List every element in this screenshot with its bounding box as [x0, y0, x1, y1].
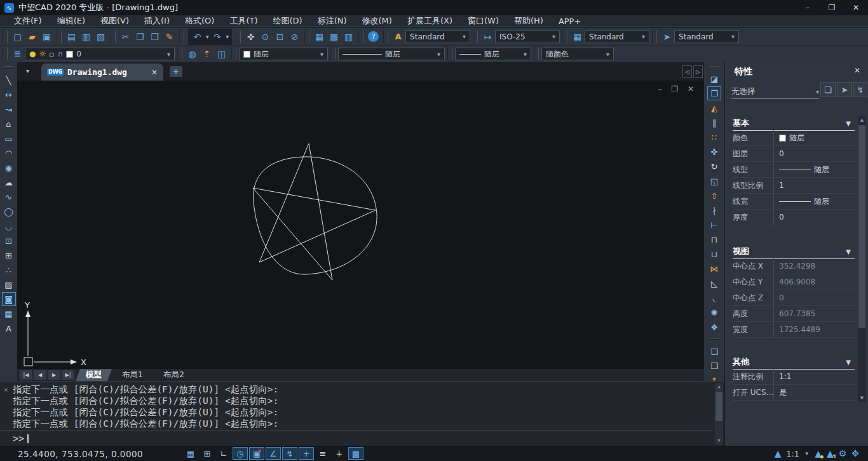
construction-line-tool[interactable]: ↔	[2, 88, 16, 102]
properties-scrollbar[interactable]: ▲ ▼	[858, 116, 866, 402]
last-tab-button[interactable]: ▶|	[62, 370, 74, 380]
tab-model[interactable]: 模型	[76, 369, 112, 381]
color-combo[interactable]: 随层 ▾	[239, 48, 328, 60]
designcenter-button[interactable]: ▥	[341, 30, 356, 44]
mdi-minimize-button[interactable]: –	[658, 84, 661, 93]
menu-window[interactable]: 窗口(W)	[460, 15, 506, 27]
copy-tool[interactable]: ❐	[707, 86, 721, 100]
redo-dropdown-arrow[interactable]: ▾	[226, 34, 229, 40]
select-objects-button[interactable]: ➤	[837, 82, 852, 97]
break-at-point-tool[interactable]: ⊓	[707, 232, 721, 246]
dim-style-combo[interactable]: ISO-25 ▾	[495, 30, 560, 43]
property-row-height[interactable]: 高度 607.7385	[733, 306, 856, 322]
section-basic-header[interactable]: 基本 ▼	[733, 116, 855, 131]
ellipse-arc-tool[interactable]: ◡	[2, 219, 16, 233]
mdi-close-button[interactable]: ✕	[688, 84, 694, 93]
split-view-left-button[interactable]: ◁	[682, 65, 692, 78]
new-tab-button[interactable]: +	[170, 66, 182, 77]
scroll-up-icon[interactable]: ▲	[715, 383, 723, 391]
redo-button[interactable]: ↷	[210, 30, 225, 44]
property-row-thickness[interactable]: 厚度 0	[733, 210, 856, 225]
zoom-previous-button[interactable]: ⊘	[287, 30, 302, 44]
undo-dropdown-arrow[interactable]: ▾	[206, 34, 209, 40]
settings-gear-icon[interactable]: ⚙	[839, 448, 847, 458]
paste-button[interactable]: ❒	[147, 30, 162, 44]
blend-tool[interactable]: ❖	[707, 320, 721, 334]
property-row-lineweight[interactable]: 线宽 随层	[733, 194, 856, 210]
ellipse-tool[interactable]: ◯	[2, 204, 16, 218]
layer-match-button[interactable]: ◫	[214, 47, 229, 61]
tool-palettes-button[interactable]: ▩	[327, 30, 341, 44]
property-row-linetype[interactable]: 线型 随层	[733, 162, 856, 178]
command-scrollbar[interactable]: ▲ ▼	[715, 383, 723, 444]
tab-layout1[interactable]: 布局1	[112, 369, 153, 381]
move-tool[interactable]: ✜	[707, 145, 721, 159]
zoom-window-button[interactable]: ⊡	[273, 30, 287, 44]
scale-tool[interactable]: ◱	[707, 174, 721, 188]
object-snap-tracking-toggle[interactable]: ∠	[266, 447, 281, 460]
linetype-combo[interactable]: 随层 ▾	[338, 48, 445, 60]
menu-edit[interactable]: 编辑(E)	[50, 15, 93, 27]
window-close-button[interactable]: ✕	[844, 0, 868, 15]
property-row-center-x[interactable]: 中心点 X 352.4298	[733, 258, 856, 274]
property-row-linetype-scale[interactable]: 线型比例 1	[733, 178, 856, 194]
auto-annotation-toggle[interactable]: ▲↯	[827, 448, 834, 458]
properties-panel-close-icon[interactable]: ✕	[854, 66, 860, 75]
annotation-scale-value[interactable]: 1:1	[786, 449, 799, 458]
menu-app-plus[interactable]: APP+	[551, 15, 588, 27]
layer-combo[interactable]: ● ☼ ▫ ∩ 0 ▾	[25, 48, 175, 60]
next-tab-button[interactable]: ▶	[48, 370, 60, 380]
gradient-tool[interactable]: ◙	[2, 292, 16, 306]
menu-tools[interactable]: 工具(T)	[222, 15, 265, 27]
command-panel-close-icon[interactable]: ✕	[4, 385, 8, 394]
menu-dimension[interactable]: 标注(N)	[310, 15, 355, 27]
plot-preview-button[interactable]: ▥	[79, 30, 93, 44]
property-row-color[interactable]: 颜色 随层	[733, 130, 856, 146]
point-tool[interactable]: ∴	[2, 263, 16, 277]
rotate-tool[interactable]: ↻	[707, 159, 721, 173]
command-input-row[interactable]: >>	[0, 430, 713, 446]
scroll-down-icon[interactable]: ▼	[858, 394, 866, 402]
menu-view[interactable]: 视图(V)	[93, 15, 137, 27]
toolbar-grip[interactable]	[710, 66, 719, 67]
toolbar-grip[interactable]	[710, 338, 719, 340]
circle-tool[interactable]: ◉	[2, 161, 16, 175]
window-maximize-button[interactable]: ❐	[820, 0, 844, 15]
mleader-style-combo[interactable]: Standard ▾	[674, 30, 739, 43]
break-tool[interactable]: ⊔	[707, 247, 721, 261]
scroll-up-icon[interactable]: ▲	[858, 116, 866, 124]
scroll-down-icon[interactable]: ▼	[715, 437, 723, 444]
erase-tool[interactable]: ◪	[707, 72, 721, 86]
spline-star-entity[interactable]	[253, 144, 376, 280]
text-style-combo[interactable]: Standard ▾	[405, 30, 470, 43]
match-properties-button[interactable]: ✎	[162, 30, 177, 44]
document-tab-close-icon[interactable]: ✕	[151, 68, 158, 77]
offset-tool[interactable]: ∥	[707, 116, 721, 130]
make-block-tool[interactable]: ⊞	[2, 248, 16, 262]
insert-block-tool[interactable]: ⊡	[2, 234, 16, 248]
table-style-combo[interactable]: Standard ▾	[585, 30, 649, 43]
layer-previous-button[interactable]: ⇡	[200, 47, 214, 61]
plot-button[interactable]: ▤	[64, 30, 79, 44]
arc-tool[interactable]: ◠	[2, 146, 16, 160]
property-row-center-z[interactable]: 中心点 Z 0	[733, 290, 856, 306]
zoom-realtime-button[interactable]: ⊙	[258, 30, 273, 44]
selection-filter-combo[interactable]: 无选择 ▾	[731, 84, 819, 99]
stretch-tool[interactable]: ⇧	[707, 189, 721, 203]
ortho-toggle[interactable]: ∟	[216, 447, 231, 460]
polyline-tool[interactable]: ↝	[2, 102, 16, 116]
chevron-down-icon[interactable]: ▾	[806, 450, 809, 457]
revision-cloud-tool[interactable]: ☁	[2, 175, 16, 189]
mtext-tool[interactable]: A	[2, 321, 16, 335]
menu-format[interactable]: 格式(O)	[177, 15, 222, 27]
menu-modify[interactable]: 修改(M)	[355, 15, 400, 27]
copy-button[interactable]: ❐	[133, 30, 147, 44]
dynamic-ucs-toggle[interactable]: ↯	[282, 447, 297, 460]
dynamic-input-toggle[interactable]: +	[299, 447, 314, 460]
extend-tool[interactable]: ⊢	[707, 218, 721, 232]
layer-states-button[interactable]: ◍	[185, 47, 200, 61]
property-row-width[interactable]: 宽度 1725.4489	[733, 322, 856, 338]
fillet-tool[interactable]: ◟	[707, 291, 721, 305]
section-other-header[interactable]: 其他 ▼	[733, 355, 855, 370]
mdi-restore-button[interactable]: ❐	[671, 84, 678, 93]
